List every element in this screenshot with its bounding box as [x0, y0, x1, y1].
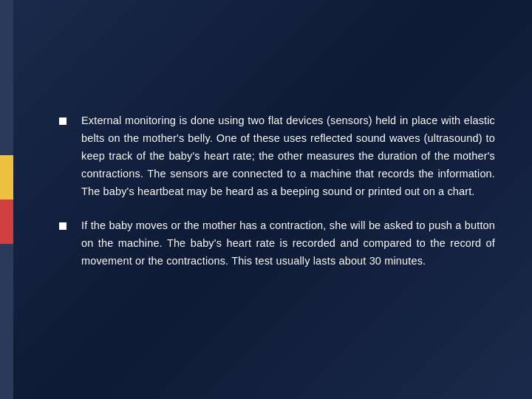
accent-yellow	[0, 155, 13, 200]
bullet-square-1	[59, 117, 66, 125]
bullet-square-2	[59, 222, 66, 230]
bullet-item-2: If the baby moves or the mother has a co…	[59, 217, 495, 270]
content-area: External monitoring is done using two fl…	[59, 112, 495, 286]
bullet-text-2: If the baby moves or the mother has a co…	[81, 217, 495, 270]
slide-container: External monitoring is done using two fl…	[0, 0, 532, 399]
bullet-marker-2	[59, 219, 75, 230]
accent-top	[0, 0, 13, 155]
left-accent-bar	[0, 0, 13, 399]
accent-red	[0, 200, 13, 244]
bullet-text-1: External monitoring is done using two fl…	[81, 112, 495, 201]
bullet-item-1: External monitoring is done using two fl…	[59, 112, 495, 201]
accent-bottom	[0, 244, 13, 399]
bullet-marker-1	[59, 114, 75, 125]
